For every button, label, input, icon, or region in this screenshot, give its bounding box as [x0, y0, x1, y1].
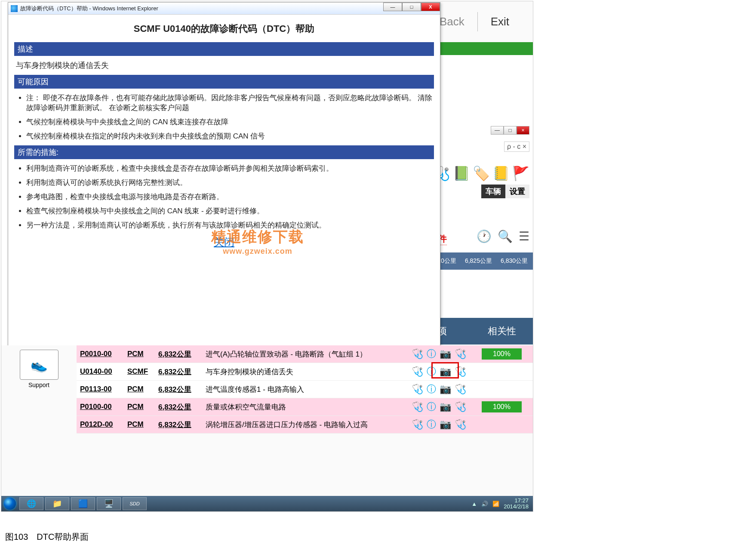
table-row[interactable]: P012D-00PCM6,832公里涡轮增压器/增压器进口压力传感器 - 电路输…	[77, 416, 533, 434]
steth-icon[interactable]: 🩺	[412, 348, 423, 360]
tab-settings[interactable]: 设置	[505, 185, 529, 198]
support-icon[interactable]: 👟	[20, 350, 58, 380]
ie-icon	[11, 5, 18, 12]
diag-icon[interactable]: 🩺	[455, 384, 466, 395]
camera-icon[interactable]: 📷	[440, 348, 451, 360]
tray-time: 17:27	[504, 498, 529, 504]
figure-caption: 图103 DTC帮助界面	[5, 531, 89, 543]
minimize-button[interactable]: —	[383, 3, 402, 11]
separator	[477, 12, 478, 31]
steth-icon[interactable]: 🩺	[412, 366, 423, 377]
taskbar-folder-icon[interactable]: 📁	[45, 497, 69, 510]
dtc-code[interactable]: P0113-00	[80, 385, 127, 394]
taskbar-app-icon[interactable]: 🖥️	[97, 497, 121, 510]
dtc-code[interactable]: P012D-00	[80, 420, 127, 429]
dtc-help-dialog: 故障诊断代码（DTC）帮助 - Windows Internet Explore…	[8, 2, 440, 348]
dtc-description: 涡轮增压器/增压器进口压力传感器 - 电路输入过高	[206, 420, 412, 430]
info-icon[interactable]: ⓘ	[427, 348, 436, 360]
tray-icon[interactable]: 🔊	[481, 501, 488, 507]
cause-item: 注： 即使不存在故障条件，也有可能存储此故障诊断码。因此除非客户报告气候座椅有问…	[26, 93, 434, 113]
dtc-module[interactable]: PCM	[127, 403, 158, 411]
diag-icon[interactable]: 🩺	[455, 348, 466, 360]
help-heading: SCMF U0140的故障诊断代码（DTC）帮助	[14, 22, 434, 35]
section-description-title: 描述	[14, 42, 434, 56]
dtc-distance[interactable]: 6,832公里	[158, 420, 206, 430]
taskbar: 🌐 📁 🟦 🖥️ SDD ▲ 🔊 📶 17:27 2014/2/18	[1, 496, 533, 511]
dtc-description: 质量或体积空气流量电路	[206, 402, 412, 412]
highlight-marker	[431, 362, 459, 378]
steth-icon[interactable]: 🩺	[412, 384, 423, 395]
dtc-module[interactable]: PCM	[127, 420, 158, 429]
action-item: 利用制造商许可的诊断系统，检查中央接线盒是否存在故障诊断码并参阅相关故障诊断码索…	[26, 163, 434, 173]
maximize-button[interactable]: □	[402, 3, 421, 11]
taskbar-sdd-icon[interactable]: SDD	[123, 497, 147, 510]
tray-clock[interactable]: 17:27 2014/2/18	[504, 498, 529, 510]
support-label: Support	[1, 382, 77, 388]
tray-icon[interactable]: ▲	[471, 501, 477, 507]
exit-button[interactable]: Exit	[491, 15, 509, 28]
tab-vehicle[interactable]: 车辆	[481, 185, 505, 198]
section-description-text: 与车身控制模块的通信丢失	[16, 60, 432, 71]
dtc-distance[interactable]: 6,832公里	[158, 349, 206, 359]
section-causes-title: 可能原因	[14, 75, 434, 89]
clock-icon[interactable]: 🕐	[477, 229, 492, 243]
table-row[interactable]: U0140-00SCMF6,832公里与车身控制模块的通信丢失🩺ⓘ📷🩺	[77, 363, 533, 381]
table-row[interactable]: P0113-00PCM6,832公里进气温度传感器1 - 电路高输入🩺ⓘ📷🩺	[77, 381, 533, 398]
info-icon[interactable]: ⓘ	[427, 383, 436, 396]
table-row[interactable]: P0010-00PCM6,832公里进气(A)凸轮轴位置致动器 - 电路断路（气…	[77, 345, 533, 363]
tray-date: 2014/2/18	[504, 504, 529, 510]
barcode-icon[interactable]: 🏷️	[473, 165, 490, 182]
taskbar-app-icon[interactable]: 🟦	[71, 497, 95, 510]
info-icon[interactable]: ⓘ	[427, 400, 436, 413]
km-mark: 6,825公里	[465, 257, 492, 265]
action-item: 参考电路图，检查中央接线盒电源与接地电路是否存在断路。	[26, 192, 434, 202]
dtc-distance[interactable]: 6,832公里	[158, 367, 206, 377]
minimize-button[interactable]: —	[491, 126, 504, 135]
steth-icon[interactable]: 🩺	[412, 419, 423, 430]
start-button[interactable]	[1, 496, 18, 511]
window-title: 故障诊断代码（DTC）帮助 - Windows Internet Explore…	[20, 5, 158, 12]
relevance-badge: 100%	[482, 401, 522, 412]
diag-icon[interactable]: 🩺	[455, 419, 466, 430]
close-button[interactable]: ×	[517, 126, 529, 135]
action-item: 利用制造商认可的诊断系统执行网络完整性测试。	[26, 178, 434, 188]
toolbar-icons: 🩺 📗 🏷️ 📒 🚩	[432, 163, 529, 184]
column-relevance-header: 相关性	[471, 318, 533, 345]
close-button[interactable]: X	[421, 3, 440, 11]
menu-icon[interactable]: ☰	[519, 229, 529, 243]
dtc-code[interactable]: U0140-00	[80, 367, 127, 376]
table-row[interactable]: P0100-00PCM6,832公里质量或体积空气流量电路🩺ⓘ📷🩺100%	[77, 398, 533, 416]
maximize-button[interactable]: □	[504, 126, 517, 135]
cause-item: 气候控制座椅模块与中央接线盒之间的 CAN 线束连接存在故障	[26, 117, 434, 127]
km-mark: 6,830公里	[501, 257, 528, 265]
dtc-module[interactable]: PCM	[127, 385, 158, 394]
dtc-distance[interactable]: 6,832公里	[158, 402, 206, 412]
taskbar-ie-icon[interactable]: 🌐	[19, 497, 43, 510]
dtc-distance[interactable]: 6,832公里	[158, 385, 206, 394]
secondary-window-controls: — □ × ρ - c ×	[431, 126, 529, 152]
back-button[interactable]: Back	[440, 15, 464, 28]
flag-icon[interactable]: 🚩	[512, 165, 529, 182]
steth-icon[interactable]: 🩺	[412, 401, 423, 412]
camera-icon[interactable]: 📷	[440, 419, 451, 430]
close-link[interactable]: 关闭	[14, 235, 434, 249]
cause-item: 气候控制座椅模块在指定的时段内未收到来自中央接线盒的预期 CAN 信号	[26, 131, 434, 141]
camera-icon[interactable]: 📷	[440, 401, 451, 412]
causes-list: 注： 即使不存在故障条件，也有可能存储此故障诊断码。因此除非客户报告气候座椅有问…	[26, 93, 434, 141]
dtc-module[interactable]: PCM	[127, 350, 158, 358]
diag-icon[interactable]: 🩺	[455, 401, 466, 412]
camera-icon[interactable]: 📷	[440, 384, 451, 395]
info-icon[interactable]: ⓘ	[427, 418, 436, 431]
address-search[interactable]: ρ - c ×	[504, 142, 529, 152]
dtc-code[interactable]: P0010-00	[80, 350, 127, 358]
status-bar	[431, 42, 533, 55]
search-icon[interactable]: 🔍	[498, 229, 513, 243]
section-actions-title: 所需的措施:	[14, 145, 434, 159]
action-item: 另一种方法是，采用制造商认可的诊断系统，执行所有与该故障诊断码相关的精确定位测试…	[26, 220, 434, 230]
tray-icon[interactable]: 📶	[492, 501, 499, 507]
dtc-module[interactable]: SCMF	[127, 367, 158, 376]
dtc-description: 进气(A)凸轮轴位置致动器 - 电路断路（气缸组 1）	[206, 349, 412, 359]
dtc-code[interactable]: P0100-00	[80, 403, 127, 411]
notes-icon[interactable]: 📗	[453, 165, 470, 182]
tag-icon[interactable]: 📒	[492, 165, 510, 182]
